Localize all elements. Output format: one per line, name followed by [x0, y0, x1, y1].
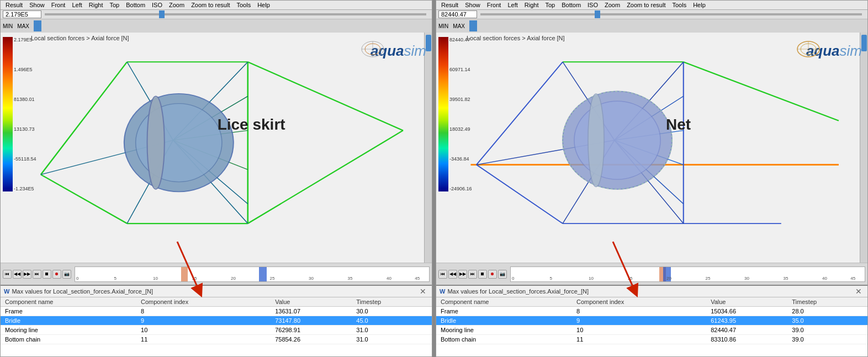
r-menu-tools[interactable]: Tools	[669, 1, 689, 9]
r-menu-front[interactable]: Front	[484, 1, 504, 9]
right-scene-title: Net	[666, 116, 691, 134]
menu-help[interactable]: Help	[255, 1, 273, 9]
table-row[interactable]: Bridle961243.9535.0	[436, 316, 867, 326]
right-scene-label: Local section forces > Axial force [N]	[467, 35, 565, 41]
col-value: Value	[271, 297, 352, 307]
right-viewport: 82440.47 60971.14 39501.82 18032.49 -343…	[436, 33, 867, 263]
table-row[interactable]: Bottom chain1183310.8639.0	[436, 335, 867, 344]
cell-value: 61243.95	[706, 316, 787, 326]
menu-left[interactable]: Left	[69, 1, 84, 9]
r-ctrl-record[interactable]: ⏺	[488, 270, 497, 279]
left-table-close[interactable]: ✕	[417, 287, 428, 296]
r-menu-zoom[interactable]: Zoom	[602, 1, 623, 9]
ctrl-next[interactable]: ⏭	[33, 270, 41, 279]
right-top-bar: 82440.47	[436, 10, 867, 19]
left-scene-svg	[1, 33, 432, 263]
left-timeline: ⏮ ◀◀ ▶▶ ⏭ ⏹ ⏺ 📷 0 5 10 15 20 25 30 35	[1, 263, 432, 285]
r-menu-iso[interactable]: ISO	[585, 1, 601, 9]
menu-bottom[interactable]: Bottom	[123, 1, 148, 9]
ctrl-play[interactable]: ▶▶	[23, 270, 31, 279]
menu-result[interactable]: Result	[3, 1, 25, 9]
left-max-label: MAX	[17, 23, 29, 29]
cell-value: 15034.66	[706, 307, 787, 316]
left-top-bar: 2.179E5	[1, 10, 432, 19]
r-ctrl-to-start[interactable]: ⏮	[438, 270, 447, 279]
right-timeline: ⏮ ◀◀ ▶▶ ⏭ ⏹ ⏺ 📷 0 5 10 15 20 25 30 35 40	[436, 263, 867, 285]
r-menu-show[interactable]: Show	[462, 1, 483, 9]
ctrl-stop[interactable]: ⏹	[43, 270, 51, 279]
cell-timestep: 30.0	[352, 307, 432, 316]
table-row[interactable]: Bridle973147.8045.0	[1, 316, 432, 326]
right-min-label: MIN	[438, 23, 448, 29]
left-timeline-ruler[interactable]: 0 5 10 15 20 25 30 35 40 45	[75, 267, 430, 282]
right-vscroll-thumb[interactable]	[861, 35, 867, 51]
r-tick-40: 40	[822, 276, 827, 281]
cell-name: Bridle	[1, 316, 136, 326]
r-menu-zoom-result[interactable]: Zoom to result	[624, 1, 668, 9]
table-row[interactable]: Bottom chain1175854.2631.0	[1, 335, 432, 344]
cell-index: 8	[572, 307, 706, 316]
left-vscroll-thumb[interactable]	[426, 35, 431, 51]
left-vscrollbar[interactable]	[424, 33, 432, 263]
cell-timestep: 45.0	[352, 316, 432, 326]
tick-45: 45	[415, 276, 420, 281]
left-slider[interactable]	[45, 13, 426, 15]
left-timeline-cursor[interactable]	[259, 267, 267, 282]
r-tick-10: 10	[589, 276, 594, 281]
r-ctrl-next[interactable]: ⏭	[468, 270, 477, 279]
r-ctrl-play[interactable]: ▶▶	[458, 270, 467, 279]
left-scene-title: Lice skirt	[218, 116, 285, 134]
r-menu-bottom[interactable]: Bottom	[559, 1, 584, 9]
left-panel: Result Show Front Left Right Top Bottom …	[0, 0, 432, 357]
right-table-body[interactable]: Component name Component index Value Tim…	[436, 297, 867, 356]
r-menu-right[interactable]: Right	[522, 1, 542, 9]
right-data-table-panel: W Max values for Local_section_forces.Ax…	[436, 285, 867, 356]
ctrl-to-start[interactable]: ⏮	[3, 270, 12, 279]
menu-show[interactable]: Show	[27, 1, 47, 9]
cell-index: 9	[136, 316, 271, 326]
r-menu-result[interactable]: Result	[438, 1, 461, 9]
r-menu-help[interactable]: Help	[690, 1, 708, 9]
ctrl-prev[interactable]: ◀◀	[13, 270, 22, 279]
left-table-header: W Max values for Local_section_forces.Ax…	[1, 286, 432, 297]
menu-tools[interactable]: Tools	[234, 1, 253, 9]
r-tick-5: 5	[550, 276, 552, 281]
cell-value: 83310.86	[706, 335, 787, 344]
right-vscrollbar[interactable]	[860, 33, 867, 263]
left-mesh-thumbnail	[359, 38, 387, 60]
menu-zoom-result[interactable]: Zoom to result	[188, 1, 232, 9]
ctrl-camera[interactable]: 📷	[62, 270, 71, 279]
right-timeline-ruler[interactable]: 0 5 10 15 20 25 30 35 40 45	[510, 267, 865, 282]
cell-value: 82440.47	[706, 326, 787, 335]
ctrl-record[interactable]: ⏺	[52, 270, 61, 279]
right-min-bar	[469, 20, 477, 31]
r-ctrl-camera[interactable]: 📷	[498, 270, 507, 279]
table-row[interactable]: Mooring line1082440.4739.0	[436, 326, 867, 335]
menu-front[interactable]: Front	[49, 1, 68, 9]
col-component-index: Component index	[136, 297, 271, 307]
left-minmax: MIN MAX	[1, 19, 432, 33]
table-row[interactable]: Mooring line1076298.9131.0	[1, 326, 432, 335]
right-timeline-controls: ⏮ ◀◀ ▶▶ ⏭ ⏹ ⏺ 📷	[438, 270, 507, 279]
menu-zoom[interactable]: Zoom	[166, 1, 187, 9]
r-col-component-name: Component name	[436, 297, 572, 307]
r-tick-45: 45	[850, 276, 855, 281]
left-timeline-marker	[181, 267, 188, 281]
menu-right[interactable]: Right	[86, 1, 106, 9]
right-table-close[interactable]: ✕	[853, 287, 864, 296]
table-row[interactable]: Frame815034.6628.0	[436, 307, 867, 316]
menu-top[interactable]: Top	[107, 1, 122, 9]
r-menu-top[interactable]: Top	[542, 1, 558, 9]
left-table-body[interactable]: Component name Component index Value Tim…	[1, 297, 432, 356]
r-ctrl-stop[interactable]: ⏹	[478, 270, 487, 279]
r-scale-val-2: 39501.82	[449, 97, 472, 102]
cell-value: 13631.07	[271, 307, 352, 316]
r-menu-left[interactable]: Left	[505, 1, 520, 9]
right-slider[interactable]	[480, 13, 862, 15]
cell-name: Frame	[436, 307, 572, 316]
r-ctrl-prev[interactable]: ◀◀	[448, 270, 457, 279]
right-table-icon: W	[440, 288, 445, 295]
table-row[interactable]: Frame813631.0730.0	[1, 307, 432, 316]
menu-iso[interactable]: ISO	[149, 1, 165, 9]
r-col-component-index: Component index	[572, 297, 706, 307]
